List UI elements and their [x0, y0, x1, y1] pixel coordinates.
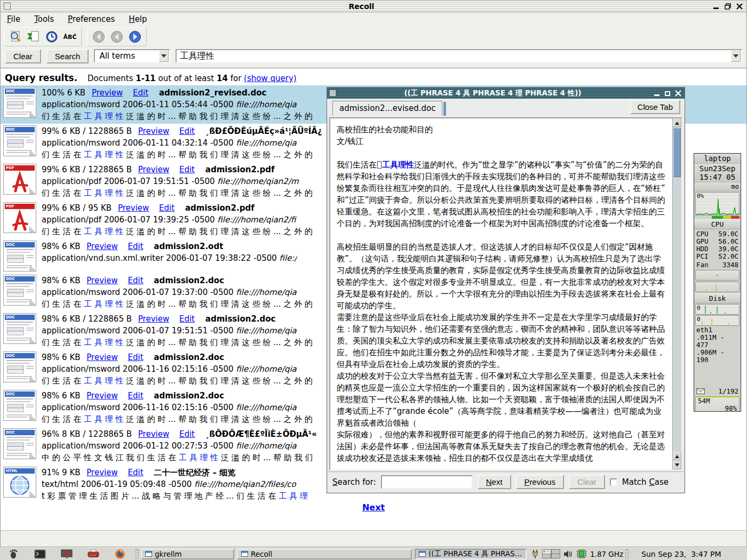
mime-and-date: application/msword 2006-01-11 05:54:44 -…	[42, 100, 236, 109]
file-url: file:///home/qia	[236, 403, 297, 412]
next-page-icon[interactable]	[127, 29, 143, 44]
search-input[interactable]	[177, 50, 731, 62]
maximize-button[interactable]	[724, 3, 732, 10]
preview-link[interactable]: Preview	[86, 242, 117, 251]
edit-link[interactable]: Edit	[128, 242, 144, 251]
main-titlebar[interactable]: Recoll	[1, 1, 746, 12]
edit-link[interactable]: Edit	[128, 353, 144, 362]
filetype-icon: DOC	[3, 275, 36, 306]
preview-link[interactable]: Preview	[118, 203, 149, 213]
snippet-part: 们 生 活 在	[42, 111, 84, 121]
preview-link[interactable]: Preview	[86, 468, 117, 477]
relevance-score: 99% 6 KB / 95 KB	[42, 203, 112, 213]
query-history-chevron-icon[interactable]	[731, 50, 741, 62]
next-page-row: Next	[1, 502, 746, 513]
menu-preferences[interactable]: Preferences	[68, 14, 115, 24]
spellcheck-abc-icon[interactable]: ÅBĈ	[62, 29, 78, 44]
history-clock-icon[interactable]	[44, 29, 60, 44]
filetype-band-label: DOC	[5, 127, 35, 132]
first-page-icon[interactable]	[91, 29, 107, 44]
minimize-button[interactable]	[653, 90, 661, 97]
preview-text[interactable]: 高校招生的社会功能和目的 文/钱江我们生活在工具理性泛滥的时代。作为“世之显学”…	[330, 118, 672, 469]
cpu-freq-icon[interactable]	[576, 549, 587, 558]
volume-icon[interactable]	[563, 550, 573, 558]
minimize-button[interactable]	[712, 3, 720, 10]
edit-link[interactable]: Edit	[128, 276, 144, 285]
show-query-link[interactable]: (show query)	[244, 74, 297, 83]
taskbar-window-button[interactable]: gkrellm	[141, 549, 234, 559]
panel-drag-handle[interactable]	[136, 549, 139, 559]
preview-link[interactable]: Preview	[92, 88, 123, 98]
query-combobox[interactable]	[176, 49, 742, 63]
firefox-launcher[interactable]	[107, 548, 133, 560]
power-plug-icon[interactable]	[531, 549, 539, 559]
taskbar-clock[interactable]: Sun Sep 23, 3:47 PM	[636, 550, 721, 558]
scroll-down-icon[interactable]	[673, 461, 681, 469]
search-mode-select[interactable]: All terms	[94, 49, 170, 63]
typewriter-launcher[interactable]	[80, 548, 107, 560]
terminal-launcher[interactable]	[27, 548, 53, 560]
page-fold	[29, 188, 36, 194]
edit-link[interactable]: Edit	[179, 314, 195, 324]
preview-link[interactable]: Preview	[86, 391, 117, 401]
page-fold	[29, 491, 36, 497]
previous-page-icon[interactable]	[109, 29, 125, 44]
preview-link[interactable]: Preview	[86, 276, 117, 285]
panel-drag-handle[interactable]	[625, 549, 629, 559]
find-clear-button[interactable]: Clear	[569, 475, 605, 489]
sort-results-icon[interactable]	[26, 29, 42, 44]
window-menu-icon[interactable]	[330, 90, 336, 96]
gnome-menu-button[interactable]	[0, 548, 27, 560]
edit-link[interactable]: Edit	[179, 429, 195, 439]
mail-envelope-icon	[696, 388, 705, 394]
close-tab-button[interactable]: Close Tab	[630, 100, 680, 114]
scrollbar-thumb[interactable]	[673, 128, 681, 177]
taskbar-window-label: gkrellm	[155, 550, 182, 558]
find-input[interactable]	[381, 475, 473, 489]
workspace-switcher[interactable]	[542, 549, 560, 558]
edit-link[interactable]: Edit	[179, 165, 195, 174]
taskbar-window-button[interactable]: Recoll	[237, 549, 412, 559]
close-button[interactable]	[674, 90, 682, 97]
menu-help[interactable]: Help	[129, 14, 147, 24]
edit-link[interactable]: Edit	[133, 88, 148, 98]
preview-titlebar[interactable]: ((工 PHRASE 4 具 PHRASE 4 理 PHRASE 4 性))	[327, 87, 685, 99]
window-menu-icon[interactable]	[4, 3, 11, 10]
scroll-up-icon[interactable]	[673, 118, 681, 127]
show-preview-icon[interactable]	[7, 29, 23, 44]
find-next-button[interactable]: Next	[478, 475, 511, 489]
find-previous-button[interactable]: Previous	[516, 475, 564, 489]
preview-link[interactable]: Preview	[138, 126, 169, 136]
search-button[interactable]: Search	[46, 49, 89, 63]
fan-value: 3348	[722, 261, 738, 269]
temp-row: GPU56.0C	[694, 238, 741, 245]
result-snippet: 们 生 活 在 工 具 理 性 泛 滥 的 时 ... 帮 助 我 们 理 清 …	[42, 375, 313, 387]
edit-link[interactable]: Edit	[128, 391, 144, 401]
menu-file[interactable]: File	[7, 14, 20, 24]
preview-tab[interactable]: admission2...evised.doc	[332, 101, 442, 116]
menu-tools[interactable]: Tools	[34, 14, 54, 24]
preview-link[interactable]: Preview	[138, 429, 169, 439]
preview-scrollbar[interactable]	[672, 118, 681, 469]
edit-link[interactable]: Edit	[128, 468, 144, 477]
lock-screen-launcher[interactable]	[53, 548, 80, 560]
snippet-part: 们 生 活 在	[42, 376, 84, 386]
preview-link[interactable]: Preview	[138, 165, 169, 174]
taskbar-window-button[interactable]: ((工 PHRASE 4 具 PHRASE ...	[415, 549, 527, 559]
clear-button[interactable]: Clear	[5, 49, 41, 63]
maximize-button[interactable]	[664, 90, 671, 97]
gkrellm-panel[interactable]: laptop Sun23Sep 15:47 05 mo 0% CPU CPU59…	[694, 153, 741, 412]
screen-lock-icon	[61, 549, 73, 559]
preview-link[interactable]: Preview	[86, 353, 117, 362]
match-case-checkbox[interactable]	[610, 478, 617, 486]
scroll-up-icon[interactable]	[673, 452, 681, 460]
edit-link[interactable]: Edit	[179, 126, 195, 136]
result-snippet: 们 生 活 在 工 具 理 性 泛 滥 的 时 ... 帮 助 我 们 理 清 …	[42, 337, 313, 348]
next-page-link[interactable]: Next	[362, 502, 385, 513]
missing-glyph-box	[377, 161, 382, 169]
chevron-down-icon[interactable]	[159, 50, 169, 62]
preview-link[interactable]: Preview	[138, 314, 169, 324]
preview-paragraph: 我们生活在工具理性泛滥的时代。作为“世之显学”的诸种以“事实”与“价值”的二分为…	[337, 159, 666, 229]
edit-link[interactable]: Edit	[159, 203, 174, 213]
close-button[interactable]	[736, 3, 743, 10]
